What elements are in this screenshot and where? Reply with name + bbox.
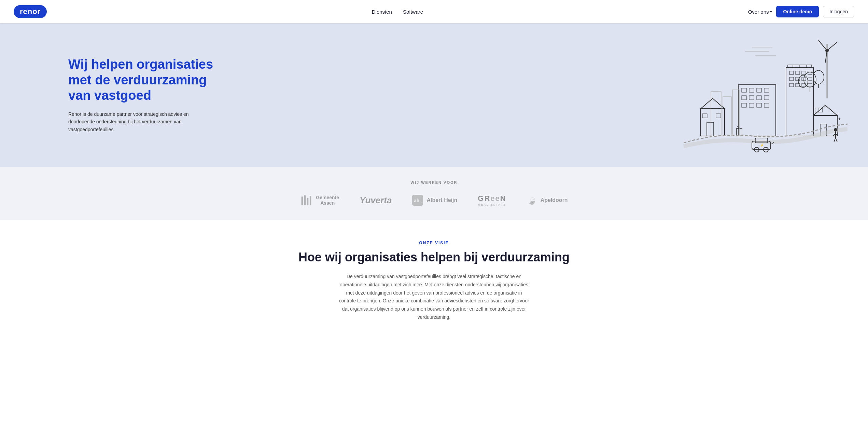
svg-rect-73 [307, 198, 309, 205]
vision-section: ONZE VISIE Hoe wij organisaties helpen b… [0, 220, 868, 342]
vision-tag: ONZE VISIE [27, 241, 841, 245]
clients-logos: Gemeente Assen Yuverta ah Albert Heijn G… [27, 194, 841, 206]
demo-button[interactable]: Online demo [776, 6, 819, 17]
svg-rect-72 [304, 195, 306, 205]
chevron-down-icon: ▾ [770, 10, 772, 14]
svg-rect-68 [723, 97, 731, 136]
green-text: GReeN REAL ESTATE [478, 194, 506, 206]
nav-right: Over ons ▾ Online demo Inloggen [748, 6, 854, 17]
svg-text:⚡: ⚡ [760, 143, 764, 147]
svg-rect-32 [749, 88, 754, 92]
gemeente-text: Gemeente Assen [316, 195, 339, 206]
svg-rect-35 [742, 96, 746, 100]
svg-rect-21 [808, 77, 812, 81]
svg-rect-18 [789, 77, 794, 81]
svg-rect-25 [808, 83, 812, 87]
svg-rect-15 [796, 71, 800, 74]
hero-subtitle: Renor is de duurzame partner voor strate… [68, 110, 198, 133]
svg-rect-40 [749, 103, 754, 107]
logo[interactable]: renor [14, 5, 47, 18]
svg-line-63 [833, 134, 836, 136]
clients-label: WIJ WERKEN VOOR [27, 180, 841, 185]
gemeente-svg [300, 193, 312, 207]
svg-rect-31 [742, 88, 746, 92]
hero-title: Wij helpen organisaties met de verduurza… [68, 57, 225, 104]
vision-body: De verduurzaming van vastgoedportefeuill… [338, 273, 530, 322]
svg-line-66 [836, 138, 837, 142]
svg-marker-51 [813, 105, 837, 115]
nav-over-ons[interactable]: Over ons ▾ [748, 9, 772, 15]
svg-rect-17 [808, 71, 812, 74]
svg-text:+: + [838, 116, 841, 122]
svg-line-5 [827, 42, 837, 51]
svg-rect-16 [802, 71, 806, 74]
apeldoorn-text: Apeldoorn [541, 197, 568, 203]
navbar: renor Diensten Software Over ons ▾ Onlin… [0, 0, 868, 23]
svg-rect-38 [764, 96, 769, 100]
gemeente-icon [300, 194, 312, 206]
svg-rect-71 [302, 196, 303, 205]
login-button[interactable]: Inloggen [823, 6, 854, 17]
clients-section: WIJ WERKEN VOOR Gemeente Assen Yuverta [0, 167, 868, 220]
yuverta-text: Yuverta [360, 195, 392, 206]
apeldoorn-leaf-icon: 🍃 [527, 195, 537, 205]
svg-rect-47 [707, 122, 714, 136]
svg-rect-39 [742, 103, 746, 107]
svg-rect-22 [789, 83, 794, 87]
svg-rect-24 [802, 83, 806, 87]
logo-text: renor [20, 7, 41, 16]
svg-rect-36 [749, 96, 754, 100]
svg-rect-48 [702, 114, 707, 118]
ah-icon: ah [412, 195, 423, 206]
logo-apeldoorn: 🍃 Apeldoorn [527, 195, 568, 205]
nav-diensten[interactable]: Diensten [372, 9, 392, 15]
city-illustration: ⚡ + [684, 37, 848, 160]
svg-line-4 [818, 40, 827, 51]
svg-rect-49 [716, 114, 721, 118]
svg-point-61 [834, 128, 837, 132]
hero-text: Wij helpen organisaties met de verduurza… [68, 57, 225, 133]
svg-rect-34 [764, 88, 769, 92]
svg-line-65 [834, 138, 836, 142]
logo-albert-heijn: ah Albert Heijn [412, 195, 457, 206]
logo-gemeente-assen: Gemeente Assen [300, 194, 339, 206]
svg-rect-42 [764, 103, 769, 107]
svg-rect-37 [757, 96, 761, 100]
hero-section: Wij helpen organisaties met de verduurza… [0, 23, 868, 167]
svg-point-7 [825, 49, 829, 52]
svg-rect-14 [789, 71, 794, 74]
nav-links: Diensten Software [372, 9, 423, 15]
svg-text:ah: ah [414, 198, 419, 203]
svg-rect-74 [310, 196, 311, 205]
ah-text: Albert Heijn [426, 197, 457, 203]
nav-software[interactable]: Software [403, 9, 423, 15]
svg-rect-33 [757, 88, 761, 92]
vision-title: Hoe wij organisaties helpen bij verduurz… [27, 250, 841, 264]
svg-point-9 [813, 70, 824, 84]
svg-rect-41 [757, 103, 761, 107]
hero-illustration: ⚡ + [684, 37, 848, 160]
logo-yuverta: Yuverta [360, 195, 392, 206]
logo-green: GReeN REAL ESTATE [478, 194, 506, 206]
